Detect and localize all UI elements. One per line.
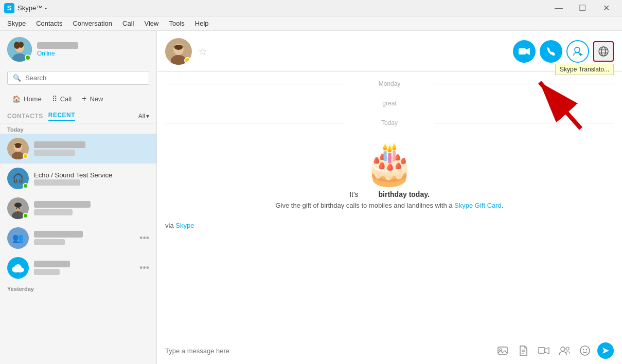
birthday-section: 🎂 It's birthday today. Give the gift of …: [165, 135, 614, 217]
nav-row: 🏠 Home ⠿ Call + New: [0, 88, 156, 110]
chat-messages: Monday great Today 🎂 It's birthday today…: [157, 72, 622, 337]
contact-status-2: [23, 183, 28, 189]
contact-more-icon[interactable]: •••: [139, 233, 149, 244]
sidebar: Online 🔍 🏠 Home ⠿ Call + New: [0, 31, 157, 364]
svg-rect-38: [538, 348, 545, 353]
contact-item-5[interactable]: •••: [0, 253, 156, 283]
contact-msg-5: [34, 268, 134, 276]
svg-point-44: [586, 349, 587, 350]
tab-contacts[interactable]: CONTACTS: [7, 113, 43, 120]
contact-item-3[interactable]: [0, 193, 156, 223]
nav-new[interactable]: + New: [77, 91, 108, 106]
contact-more-icon-5[interactable]: •••: [139, 263, 149, 274]
contact-item-2[interactable]: 🎧 Echo / Sound Test Service: [0, 163, 156, 193]
svg-point-17: [14, 264, 22, 271]
contact-name-1: [34, 141, 149, 149]
svg-point-8: [15, 144, 21, 148]
contact-name-3: [34, 201, 149, 209]
contact-msg-3: [34, 209, 149, 216]
search-input-wrap[interactable]: 🔍: [7, 71, 149, 85]
translator-button-wrap: Skype Translato...: [593, 41, 614, 62]
main-layout: Online 🔍 🏠 Home ⠿ Call + New: [0, 31, 622, 364]
menu-contacts[interactable]: Contacts: [31, 17, 67, 29]
chat-area: ☆: [157, 31, 622, 364]
birthday-cake-emoji: 🎂: [364, 143, 415, 184]
svg-marker-23: [526, 48, 530, 55]
contact-avatar-2: 🎧: [7, 168, 29, 189]
close-button[interactable]: ✕: [594, 0, 618, 16]
video-call-icon: [519, 47, 530, 56]
search-bar: 🔍: [0, 68, 156, 88]
svg-rect-22: [519, 48, 526, 54]
minimize-button[interactable]: —: [547, 0, 571, 16]
profile-area: Online: [0, 31, 156, 68]
contact-avatar-5: [7, 257, 29, 279]
contact-info-2: Echo / Sound Test Service: [34, 171, 149, 186]
svg-point-13: [16, 208, 17, 209]
day-divider-monday: Monday: [165, 80, 614, 87]
maximize-button[interactable]: ☐: [571, 0, 594, 16]
tab-all-label: All: [138, 113, 145, 120]
nav-home[interactable]: 🏠 Home: [7, 92, 47, 106]
send-button[interactable]: [597, 342, 614, 359]
svg-point-28: [601, 47, 606, 56]
svg-point-14: [19, 208, 21, 209]
voice-call-button[interactable]: [540, 40, 562, 63]
nav-call[interactable]: ⠿ Call: [47, 92, 77, 106]
chat-contact-avatar: [165, 38, 192, 65]
search-icon: 🔍: [13, 74, 21, 82]
svg-point-43: [583, 349, 584, 350]
tabs-row: CONTACTS RECENT All ▾: [0, 110, 156, 123]
tab-all[interactable]: All ▾: [138, 113, 149, 120]
menu-skype[interactable]: Skype: [2, 17, 31, 29]
svg-marker-45: [602, 348, 609, 354]
chat-header-star[interactable]: ☆: [198, 45, 207, 58]
image-icon: [497, 345, 508, 356]
contact-avatar-1: [7, 138, 29, 159]
cloud-svg: [11, 263, 25, 273]
contact-info-3: [34, 201, 149, 216]
call-label: Call: [60, 95, 72, 103]
menu-tools[interactable]: Tools: [164, 17, 189, 29]
new-label: New: [90, 95, 103, 103]
add-contact-icon: [573, 46, 583, 57]
birthday-subtext: Give the gift of birthday calls to mobil…: [276, 202, 504, 209]
chat-status-badge: [184, 57, 191, 64]
add-contact-button[interactable]: [566, 40, 589, 63]
send-file-button[interactable]: [515, 342, 531, 359]
titlebar: S Skype™ - — ☐ ✕: [0, 0, 622, 16]
contact-avatar-3: [7, 197, 29, 219]
contact-name-5: [34, 261, 134, 268]
titlebar-left: S Skype™ -: [4, 3, 47, 13]
svg-point-4: [19, 42, 24, 48]
skype-gift-card-link[interactable]: Skype Gift Card: [454, 202, 502, 209]
search-input[interactable]: [25, 74, 144, 82]
message-input[interactable]: [165, 347, 490, 355]
menu-call[interactable]: Call: [117, 17, 139, 29]
video-call-button[interactable]: [513, 40, 536, 63]
contact-msg-4: [34, 239, 134, 246]
profile-status-dot: [25, 54, 31, 61]
contact-name-2: Echo / Sound Test Service: [34, 171, 149, 179]
contact-status-1: [23, 153, 28, 159]
tab-recent[interactable]: RECENT: [48, 112, 75, 121]
emoji-icon: [579, 345, 591, 356]
menu-view[interactable]: View: [139, 17, 164, 29]
day-divider-today: Today: [165, 119, 614, 126]
menu-conversation[interactable]: Conversation: [67, 17, 117, 29]
send-video-button[interactable]: [536, 342, 552, 359]
send-icon: [601, 347, 610, 355]
group-icon: 👥: [7, 227, 29, 249]
emoji-button[interactable]: [577, 342, 593, 359]
contact-item-1[interactable]: [0, 134, 156, 163]
translator-button[interactable]: [593, 41, 614, 62]
add-contacts-button[interactable]: [556, 342, 573, 359]
menu-help[interactable]: Help: [190, 17, 214, 29]
file-icon: [519, 345, 528, 356]
via-skype-link[interactable]: Skype: [175, 222, 194, 229]
send-image-button[interactable]: [494, 342, 511, 359]
contact-status-3: [23, 213, 28, 219]
titlebar-controls: — ☐ ✕: [547, 0, 618, 16]
contact-avatar-4: 👥: [7, 227, 29, 249]
contact-item-4[interactable]: 👥 •••: [0, 223, 156, 253]
